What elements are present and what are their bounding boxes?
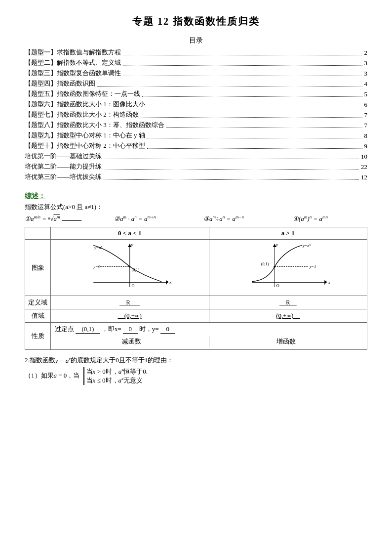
table-row-graph: 图象 x y O y=ax — [25, 240, 367, 296]
label-range: 值域 — [25, 309, 51, 323]
svg-point-22 — [274, 266, 275, 268]
table-row-range: 值域 __(0,+∞) (0,+∞)__ — [25, 309, 367, 323]
toc-dots — [104, 169, 359, 170]
toc-item: 【题型八】指数函数比大小 3：幂、指数函数综合 7 — [25, 121, 367, 129]
toc-item-label: 【题型七】指数函数比大小 2：构造函数 — [25, 110, 139, 119]
function-type-row: 减函数 增函数 — [55, 336, 363, 347]
svg-text:y=ax: y=ax — [94, 245, 102, 251]
formula-1: ①am/n = ⁿ√am — [25, 214, 99, 223]
svg-text:y=ax: y=ax — [302, 243, 311, 249]
label-graph: 图象 — [25, 240, 51, 296]
toc-dots — [147, 148, 362, 149]
graph-col2: x y O y=ax y=1 (0,1) — [209, 240, 367, 296]
toc-item: 【题型九】指数型中心对称 1：中心在 y 轴 8 — [25, 131, 367, 140]
toc-item: 【题型四】指数函数识图 4 — [25, 79, 367, 88]
toc-item-label: 【题型九】指数型中心对称 1：中心在 y 轴 — [25, 131, 145, 140]
overview-intro: 指数运算公式(a>0 且 a≠1)： — [25, 203, 367, 212]
toc-list: 【题型一】求指数值与解指数方程 2 【题型二】解指数不等式、定义域 3 【题型三… — [25, 48, 367, 181]
toc-dots — [147, 138, 362, 138]
toc-item: 培优第二阶——能力提升练 22 — [25, 162, 367, 171]
toc-section: 目录 【题型一】求指数值与解指数方程 2 【题型二】解指数不等式、定义域 3 【… — [25, 36, 367, 181]
toc-item-label: 【题型五】指数函数图像特征：一点一线 — [25, 89, 140, 98]
toc-page: 8 — [364, 132, 368, 140]
toc-item-label: 培优第三阶——培优拔尖练 — [25, 172, 102, 181]
toc-item: 【题型七】指数函数比大小 2：构造函数 7 — [25, 110, 367, 119]
toc-page: 3 — [364, 70, 368, 78]
toc-page: 6 — [364, 101, 368, 109]
toc-item: 培优第一阶——基础过关练 10 — [25, 152, 367, 161]
overview-section: 综述： 指数运算公式(a>0 且 a≠1)： ①am/n = ⁿ√am ②am … — [25, 192, 367, 223]
toc-dots — [104, 179, 359, 180]
properties-detail: 过定点(0,1)，即x=0时，y=0 减函数 增函数 — [51, 323, 367, 350]
note-case-1: 当x > 0时，ax恒等于0. — [86, 367, 148, 376]
table-header-label — [25, 227, 51, 240]
toc-page: 10 — [361, 153, 367, 161]
note-item-1: （1）如果a = 0，当 当x > 0时，ax恒等于0. 当x ≤ 0时，ax无… — [25, 367, 367, 385]
svg-text:(0,1): (0,1) — [261, 262, 269, 266]
toc-item-label: 【题型三】指数型复合函数单调性 — [25, 69, 121, 78]
toc-item: 【题型一】求指数值与解指数方程 2 — [25, 48, 367, 57]
svg-text:x: x — [169, 280, 172, 285]
svg-text:x: x — [327, 280, 330, 285]
toc-item: 培优第三阶——培优拔尖练 12 — [25, 172, 367, 181]
toc-page: 3 — [364, 59, 368, 67]
toc-item-label: 【题型八】指数函数比大小 3：幂、指数函数综合 — [25, 121, 164, 129]
svg-text:y: y — [131, 243, 134, 248]
toc-item-label: 培优第一阶——基础过关练 — [25, 152, 102, 161]
page-title: 专题 12 指数函数性质归类 — [25, 15, 367, 28]
toc-item-label: 【题型十】指数型中心对称 2：中心平移型 — [25, 141, 145, 150]
toc-dots — [147, 107, 362, 107]
toc-page: 7 — [364, 111, 368, 119]
toc-item: 【题型五】指数函数图像特征：一点一线 5 — [25, 89, 367, 98]
toc-item-label: 培优第二阶——能力提升练 — [25, 162, 102, 171]
table-row-properties: 性质 过定点(0,1)，即x=0时，y=0 减函数 增函数 — [25, 323, 367, 350]
range-col1: __(0,+∞) — [51, 309, 209, 323]
graph-col1: x y O y=ax y=1 (0,1) — [51, 240, 209, 296]
toc-item-label: 【题型一】求指数值与解指数方程 — [25, 48, 121, 57]
label-properties: 性质 — [25, 323, 51, 350]
fixed-point-line: 过定点(0,1)，即x=0时，y=0 — [55, 325, 363, 334]
svg-text:y=1: y=1 — [93, 265, 100, 269]
toc-page: 12 — [361, 173, 367, 181]
decreasing-label: 减函数 — [55, 336, 209, 347]
toc-dots — [123, 76, 362, 76]
table-header-col1: 0 < a < 1 — [51, 227, 209, 240]
formula-3: ③am÷an = am−n — [203, 214, 278, 223]
range-col2: (0,+∞)__ — [209, 309, 367, 323]
toc-dots — [142, 96, 362, 97]
formula-4: ④(am)n = amn — [293, 214, 367, 223]
toc-page: 4 — [364, 80, 368, 88]
toc-dots — [123, 55, 362, 55]
toc-dots — [166, 128, 362, 128]
svg-point-10 — [129, 266, 131, 268]
toc-title: 目录 — [25, 36, 367, 45]
increasing-label: 增函数 — [209, 336, 363, 347]
toc-page: 2 — [364, 49, 368, 57]
toc-item: 【题型十】指数型中心对称 2：中心平移型 9 — [25, 141, 367, 150]
formulas-row: ①am/n = ⁿ√am ②am · an = am+n ③am÷an = am… — [25, 214, 367, 223]
toc-item-label: 【题型四】指数函数识图 — [25, 79, 95, 88]
toc-item-label: 【题型六】指数函数比大小 1：图像比大小 — [25, 100, 145, 109]
toc-item: 【题型三】指数型复合函数单调性 3 — [25, 69, 367, 78]
toc-item: 【题型二】解指数不等式、定义域 3 — [25, 58, 367, 67]
overview-title: 综述： — [25, 192, 367, 201]
notes-section: 2.指数函数y = ax的底数规定大于0且不等于1的理由： （1）如果a = 0… — [25, 356, 367, 385]
domain-col2: __R__ — [209, 296, 367, 309]
label-domain: 定义域 — [25, 296, 51, 309]
svg-text:O: O — [131, 284, 134, 288]
toc-page: 5 — [364, 90, 368, 98]
toc-dots — [97, 86, 362, 86]
svg-text:y=1: y=1 — [309, 265, 315, 269]
table-header-col2: a > 1 — [209, 227, 367, 240]
svg-text:(0,1): (0,1) — [131, 268, 139, 272]
formula-2: ②am · an = am+n — [114, 214, 189, 223]
svg-text:O: O — [276, 284, 279, 288]
properties-table: 0 < a < 1 a > 1 图象 x y O — [25, 227, 367, 350]
domain-col1: __R___ — [51, 296, 209, 309]
toc-dots — [104, 159, 359, 159]
note-case-2: 当x ≤ 0时，ax无意义 — [86, 376, 148, 385]
toc-page: 7 — [364, 122, 368, 129]
toc-dots — [123, 65, 362, 66]
toc-page: 22 — [361, 163, 367, 171]
svg-text:y: y — [275, 243, 278, 248]
